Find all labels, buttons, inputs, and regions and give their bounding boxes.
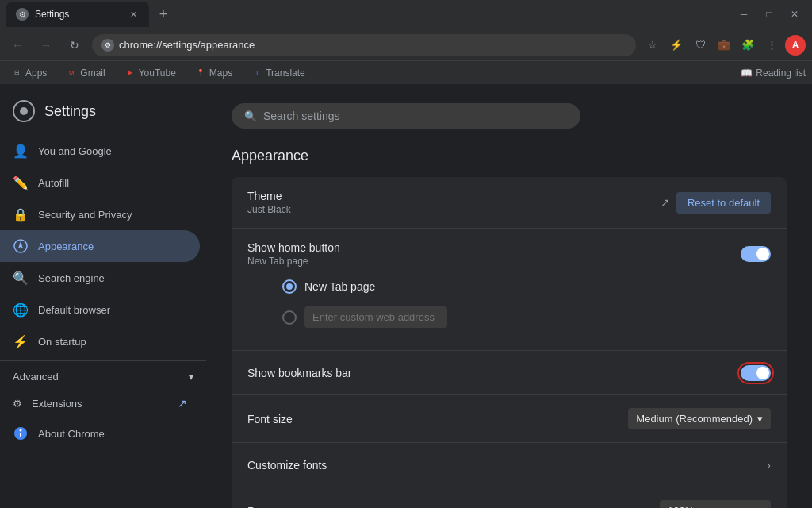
sidebar-item-autofill[interactable]: ✏️ Autofill xyxy=(0,167,200,198)
settings-logo-icon xyxy=(13,100,35,122)
theme-external-link-icon[interactable]: ↗ xyxy=(661,196,670,209)
bookmarks-toggle-thumb xyxy=(756,367,769,379)
reading-list-label: Reading list xyxy=(756,67,806,79)
translate-favicon-icon: T xyxy=(251,67,262,79)
lock-icon: 🔒 xyxy=(13,206,29,222)
more-tools-icon[interactable]: ⋮ xyxy=(761,35,782,56)
font-size-info: Font size xyxy=(247,413,628,425)
sidebar-item-default-browser[interactable]: 🌐 Default browser xyxy=(0,294,200,325)
main-layout: Settings 👤 You and Google ✏️ Autofill 🔒 … xyxy=(0,84,812,508)
refresh-button[interactable]: ↻ xyxy=(63,34,86,56)
edit-icon: ✏️ xyxy=(13,175,29,190)
maps-favicon-icon: 📍 xyxy=(195,67,206,79)
advanced-label: Advanced xyxy=(13,371,59,383)
bookmark-translate-label: Translate xyxy=(266,67,305,79)
nav-icon-3[interactable]: 💼 xyxy=(714,35,734,56)
custom-url-input[interactable] xyxy=(304,306,447,328)
bookmark-apps-label: Apps xyxy=(25,67,47,79)
sidebar-item-security-label: Security and Privacy xyxy=(38,209,132,221)
custom-url-radio-button[interactable] xyxy=(282,310,297,325)
theme-value: Just Black xyxy=(247,204,661,215)
page-zoom-label: Page zoom xyxy=(247,505,660,509)
active-tab[interactable]: ⚙ Settings ✕ xyxy=(6,2,149,27)
font-size-dropdown[interactable]: Medium (Recommended) ▾ xyxy=(628,408,771,429)
sidebar-item-extensions[interactable]: ⚙ Extensions ↗ xyxy=(0,389,200,418)
font-size-value: Medium (Recommended) xyxy=(636,413,753,425)
nav-icon-2[interactable]: 🛡 xyxy=(690,35,710,56)
show-home-button-row: Show home button New Tab page New Tab pa… xyxy=(232,229,787,351)
address-text: chrome://settings/appearance xyxy=(119,39,626,51)
show-bookmarks-bar-label: Show bookmarks bar xyxy=(247,367,741,379)
youtube-favicon-icon: ▶ xyxy=(124,67,136,79)
sidebar-item-you-and-google-label: You and Google xyxy=(38,145,112,157)
sidebar-item-search-engine-label: Search engine xyxy=(38,272,105,284)
show-home-button-info: Show home button New Tab page xyxy=(247,241,741,267)
back-button[interactable]: ← xyxy=(6,34,29,56)
page-zoom-dropdown[interactable]: 100% ▾ xyxy=(660,500,771,508)
sidebar-item-about-chrome[interactable]: About Chrome xyxy=(0,418,200,449)
sidebar-item-security[interactable]: 🔒 Security and Privacy xyxy=(0,198,200,230)
chevron-down-icon: ▾ xyxy=(757,413,763,425)
reading-list-button[interactable]: 📖 Reading list xyxy=(741,67,806,79)
tab-bar: ⚙ Settings ✕ + ─ □ ✕ xyxy=(0,0,812,29)
site-favicon-icon: ⚙ xyxy=(102,39,114,52)
page-zoom-info: Page zoom xyxy=(247,505,660,509)
bookmark-youtube-label: YouTube xyxy=(139,67,176,79)
theme-row: Theme Just Black ↗ Reset to default xyxy=(232,177,787,229)
sidebar-item-search-engine[interactable]: 🔍 Search engine xyxy=(0,262,200,294)
sidebar-item-on-startup[interactable]: ⚡ On startup xyxy=(0,325,200,357)
sidebar-item-default-browser-label: Default browser xyxy=(38,304,110,316)
search-input[interactable] xyxy=(263,110,568,122)
apps-favicon-icon: ⊞ xyxy=(11,67,22,79)
bookmark-icon[interactable]: ☆ xyxy=(642,35,663,56)
bookmark-apps[interactable]: ⊞ Apps xyxy=(6,66,52,80)
nav-icon-1[interactable]: ⚡ xyxy=(666,35,687,56)
extensions-sidebar-icon: ⚙ xyxy=(13,398,22,410)
radio-dot-icon xyxy=(286,283,293,290)
show-home-button-toggle[interactable] xyxy=(741,246,771,262)
window-close-button[interactable]: ✕ xyxy=(783,3,806,25)
reset-to-default-button[interactable]: Reset to default xyxy=(676,192,771,214)
show-home-button-header: Show home button New Tab page xyxy=(247,241,771,267)
search-bar[interactable]: 🔍 xyxy=(232,103,580,129)
sidebar-item-appearance[interactable]: Appearance xyxy=(0,230,200,262)
nav-actions: ☆ ⚡ 🛡 💼 🧩 ⋮ A xyxy=(642,35,806,56)
bookmark-maps[interactable]: 📍 Maps xyxy=(190,66,237,80)
address-bar[interactable]: ⚙ chrome://settings/appearance xyxy=(92,34,636,56)
custom-url-radio-row xyxy=(266,300,771,334)
window-maximize-button[interactable]: □ xyxy=(758,3,780,25)
svg-point-1 xyxy=(20,107,28,115)
show-bookmarks-bar-toggle[interactable] xyxy=(741,365,771,381)
bookmarks-bar: ⊞ Apps M Gmail ▶ YouTube 📍 Maps T Transl… xyxy=(0,60,812,84)
bookmark-maps-label: Maps xyxy=(209,67,232,79)
sidebar: Settings 👤 You and Google ✏️ Autofill 🔒 … xyxy=(0,84,206,508)
bookmark-gmail[interactable]: M Gmail xyxy=(61,66,109,80)
svg-rect-5 xyxy=(20,433,21,437)
customize-fonts-row[interactable]: Customize fonts › xyxy=(232,443,787,487)
about-chrome-label: About Chrome xyxy=(38,428,105,440)
section-title: Appearance xyxy=(232,148,787,164)
chevron-down-icon: ▾ xyxy=(189,371,193,383)
bookmark-youtube[interactable]: ▶ YouTube xyxy=(120,66,181,80)
new-tab-button[interactable]: + xyxy=(152,3,174,25)
extensions-icon[interactable]: 🧩 xyxy=(737,35,758,56)
window-minimize-button[interactable]: ─ xyxy=(733,3,755,25)
sidebar-item-appearance-label: Appearance xyxy=(38,241,94,252)
font-size-row: Font size Medium (Recommended) ▾ xyxy=(232,395,787,443)
tab-close-button[interactable]: ✕ xyxy=(127,8,140,21)
new-tab-radio-row: New Tab page xyxy=(266,273,771,300)
new-tab-radio-button[interactable] xyxy=(282,279,297,294)
bookmark-translate[interactable]: T Translate xyxy=(247,66,310,80)
sidebar-item-you-and-google[interactable]: 👤 You and Google xyxy=(0,135,200,167)
show-bookmarks-bar-info: Show bookmarks bar xyxy=(247,367,741,379)
search-bar-icon: 🔍 xyxy=(244,110,257,122)
home-button-options: New Tab page xyxy=(247,267,771,337)
appearance-settings-card: Theme Just Black ↗ Reset to default Show… xyxy=(232,177,787,508)
profile-avatar[interactable]: A xyxy=(785,35,806,56)
reading-list-icon: 📖 xyxy=(741,67,753,79)
external-link-icon: ↗ xyxy=(178,397,187,410)
about-icon xyxy=(13,425,29,441)
forward-button[interactable]: → xyxy=(35,34,57,56)
appearance-icon xyxy=(13,238,29,254)
advanced-section-header[interactable]: Advanced ▾ xyxy=(0,364,206,389)
